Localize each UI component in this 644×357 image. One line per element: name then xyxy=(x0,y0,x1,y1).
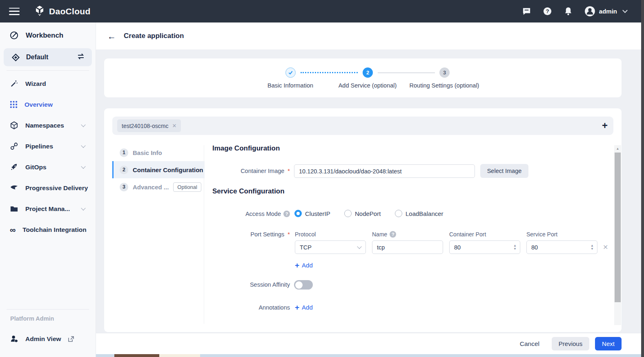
workspace-label: Default xyxy=(26,54,48,61)
sidebar-menu: Wizard Overview Namespaces Pipelines xyxy=(0,71,96,240)
plus-icon: + xyxy=(295,261,299,269)
sidebar-item-overview[interactable]: Overview xyxy=(0,94,96,115)
sidebar-bottom: Platform Admin Admin View xyxy=(0,305,96,357)
subnav-container-configuration[interactable]: 2 Container Configuration xyxy=(112,161,205,178)
add-annotation-button[interactable]: + Add xyxy=(295,303,313,311)
cube-icon xyxy=(10,121,18,130)
bell-icon[interactable] xyxy=(564,7,573,16)
chevron-down-icon xyxy=(81,143,85,148)
wand-icon xyxy=(10,79,18,88)
step-connector-done xyxy=(301,72,358,73)
switch-workspace-icon[interactable] xyxy=(76,53,85,62)
workbench-label: Workbench xyxy=(26,31,63,40)
step-number: 2 xyxy=(366,70,369,76)
protocol-select[interactable]: TCP xyxy=(295,240,366,254)
help-icon[interactable]: ? xyxy=(390,231,396,238)
folder-icon xyxy=(10,204,18,213)
divider xyxy=(7,309,89,310)
container-tabs-bar: test240108-oscmc ✕ + xyxy=(112,117,613,135)
container-config-card: test240108-oscmc ✕ + 1 Basic Info 2 Cont… xyxy=(104,108,622,332)
external-link-icon xyxy=(68,336,74,342)
session-affinity-label: Session Affinity xyxy=(202,281,290,288)
sidebar-item-progressive-delivery[interactable]: Progressive Delivery xyxy=(0,177,96,198)
admin-user-icon xyxy=(10,335,19,344)
chevron-down-icon xyxy=(357,244,361,249)
scrollbar-thumb[interactable] xyxy=(615,153,621,302)
step-3-label: Routing Settings (optional) xyxy=(410,82,479,89)
sidebar-item-pipelines[interactable]: Pipelines xyxy=(0,136,96,157)
toggle-knob xyxy=(295,281,303,289)
remove-port-row-icon[interactable]: ✕ xyxy=(603,243,608,251)
step-down-icon: ▼ xyxy=(591,247,594,250)
session-affinity-toggle[interactable] xyxy=(294,280,313,290)
sidebar-item-label: Pipelines xyxy=(25,143,53,150)
admin-view-link[interactable]: Admin View xyxy=(0,330,96,348)
radio-nodeport[interactable]: NodePort xyxy=(344,210,381,217)
chat-icon[interactable] xyxy=(522,7,532,16)
sidebar-item-gitops[interactable]: GitOps xyxy=(0,157,96,177)
service-port-value: 80 xyxy=(531,244,538,251)
container-port-input[interactable]: 80 ▲▼ xyxy=(449,240,520,254)
container-tab-chip[interactable]: test240108-oscmc ✕ xyxy=(117,119,181,132)
container-port-column-header: Container Port xyxy=(449,231,486,238)
step-1-label: Basic Information xyxy=(267,82,313,89)
required-mark: * xyxy=(287,231,290,238)
previous-button[interactable]: Previous xyxy=(552,337,589,350)
close-icon[interactable]: ✕ xyxy=(172,123,176,129)
optional-badge: Optional xyxy=(173,182,201,192)
svg-text:?: ? xyxy=(546,8,549,14)
add-port-button[interactable]: + Add xyxy=(295,261,313,269)
sidebar-item-toolchain-integration[interactable]: ∞ Toolchain Integration xyxy=(0,219,96,240)
add-container-button[interactable]: + xyxy=(602,119,608,132)
back-arrow-icon[interactable]: ← xyxy=(107,32,116,40)
radio-icon xyxy=(294,210,302,217)
sidebar-item-label: Overview xyxy=(25,101,53,108)
container-tab-label: test240108-oscmc xyxy=(122,123,168,129)
user-avatar-icon xyxy=(584,6,595,17)
add-label: Add xyxy=(302,262,313,269)
step-2-label: Add Service (optional) xyxy=(339,82,397,89)
image-configuration-title: Image Configuration xyxy=(212,144,280,153)
service-port-input[interactable]: 80 ▲▼ xyxy=(526,240,597,254)
subnav-label: Container Configuration xyxy=(133,166,203,173)
container-image-label: Container Image* xyxy=(202,168,290,174)
menu-icon[interactable] xyxy=(9,8,20,15)
container-image-input[interactable] xyxy=(294,164,475,178)
sidebar-item-label: Progressive Delivery xyxy=(25,184,88,192)
radio-clusterip[interactable]: ClusterIP xyxy=(294,210,330,217)
port-name-input[interactable] xyxy=(372,240,443,254)
app-screen: DaoCloud ? admin Workbench xyxy=(0,0,644,357)
wizard-footer: Cancel Previous Next xyxy=(96,333,641,354)
sidebar-workbench[interactable]: Workbench xyxy=(0,22,96,47)
number-stepper[interactable]: ▲▼ xyxy=(513,244,517,250)
navbar-actions: ? admin xyxy=(522,6,627,17)
subnav-label: Basic Info xyxy=(133,149,162,156)
form-scrollbar[interactable]: ▲ xyxy=(614,145,621,325)
page-header: ← Create application xyxy=(96,22,641,49)
name-column-header: Name? xyxy=(372,231,396,238)
step-2-circle: 2 xyxy=(363,67,373,78)
grid-icon xyxy=(10,101,18,108)
next-button[interactable]: Next xyxy=(595,337,622,350)
pipeline-icon xyxy=(10,142,18,150)
cancel-button[interactable]: Cancel xyxy=(520,340,539,348)
select-image-button[interactable]: Select Image xyxy=(480,164,528,178)
service-port-column-header: Service Port xyxy=(526,231,557,238)
subnav-advanced[interactable]: 3 Advanced ... Optional xyxy=(112,178,205,195)
sidebar-item-project-management[interactable]: Project Mana... xyxy=(0,198,96,219)
number-stepper[interactable]: ▲▼ xyxy=(591,244,594,250)
step-1-circle xyxy=(285,67,296,78)
help-icon[interactable]: ? xyxy=(283,211,290,217)
rocket-icon xyxy=(10,163,18,171)
user-menu[interactable]: admin xyxy=(584,6,627,17)
sidebar-workspace-default[interactable]: Default xyxy=(4,48,92,66)
radio-loadbalancer[interactable]: LoadBalancer xyxy=(395,210,443,217)
scroll-up-icon[interactable]: ▲ xyxy=(614,145,621,152)
subnav-basic-info[interactable]: 1 Basic Info xyxy=(112,144,205,161)
chevron-down-icon xyxy=(81,164,85,168)
sidebar-item-label: GitOps xyxy=(25,164,47,171)
sidebar-item-wizard[interactable]: Wizard xyxy=(0,73,96,94)
platform-admin-label: Platform Admin xyxy=(0,315,96,322)
sidebar-item-label: Toolchain Integration xyxy=(22,226,86,234)
help-icon[interactable]: ? xyxy=(543,7,553,16)
